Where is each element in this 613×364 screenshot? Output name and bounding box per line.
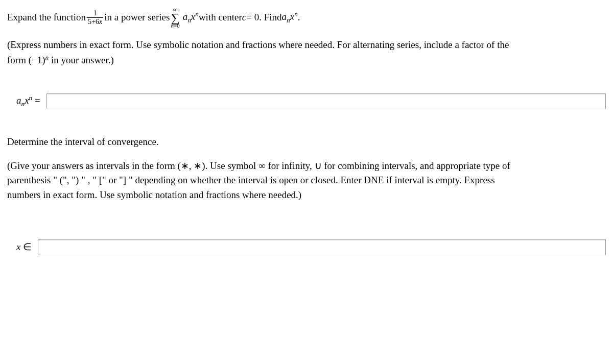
hint1-line2: form (−1)n in your answer.) <box>7 53 606 68</box>
denominator: 5+6x <box>87 17 103 26</box>
answer-1-input[interactable] <box>46 93 606 109</box>
question-1: Expand the function 1 5+6x in a power se… <box>7 6 606 29</box>
hint2-line3: numbers in exact form. Use symbolic nota… <box>7 188 606 203</box>
numerator: 1 <box>92 9 98 17</box>
hint-2: (Give your answers as intervals in the f… <box>7 159 606 203</box>
answer-2-input[interactable] <box>38 239 606 255</box>
q1-prefix: Expand the function <box>7 10 86 25</box>
answer-1-label: anxn = <box>16 93 40 109</box>
q1-mid1: in a power series <box>104 10 170 25</box>
answer-2-row: x ∈ <box>16 239 606 255</box>
hint1-line1: (Express numbers in exact form. Use symb… <box>7 38 606 53</box>
sigma-lower: n=0 <box>171 23 179 29</box>
hint-1: (Express numbers in exact form. Use symb… <box>7 38 606 67</box>
hint2-line1: (Give your answers as intervals in the f… <box>7 159 606 174</box>
q1-mid2: with center <box>199 10 242 25</box>
answer-2-label: x ∈ <box>16 240 32 255</box>
answer-1-row: anxn = <box>16 93 606 109</box>
summation: ∞ ∑ n=0 <box>171 6 179 29</box>
series-term: anxn <box>183 9 199 26</box>
hint2-line2: parenthesis " (", ") " , " [" or "] " de… <box>7 173 606 188</box>
fraction: 1 5+6x <box>87 9 103 26</box>
question-2: Determine the interval of convergence. <box>7 135 606 150</box>
find-term: anxn <box>282 9 298 26</box>
